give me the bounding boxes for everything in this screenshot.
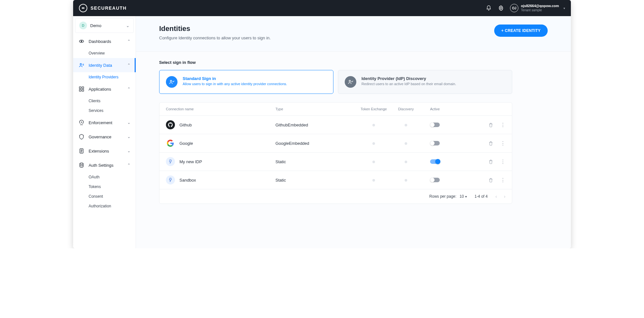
chevron-down-icon: ⌄ [127,134,130,139]
user-email: ojs82664@qopow.com [521,4,559,8]
extensions-icon [78,148,85,154]
trash-icon[interactable] [488,178,493,183]
avatar: OJ [510,4,518,12]
person-check-icon [166,76,178,88]
sidebar: D Demo ⌄ Dashboards⌃OverviewIdentity Dat… [73,16,136,248]
sidebar-item-tokens[interactable]: Tokens [73,182,136,192]
connection-name: Sandbox [179,178,196,183]
table-row[interactable]: Sandbox Static ⋮ [159,171,512,189]
flow-card-identity-provider-idp-discovery[interactable]: Identity Provider (IdP) DiscoveryRedirec… [338,70,512,94]
workspace-badge: D [79,22,87,29]
workspace-selector[interactable]: D Demo ⌄ [75,18,134,33]
chevron-down-icon: ⌄ [126,23,130,28]
status-dot [372,179,375,182]
page-header: Identities Configure Identity connection… [136,16,571,52]
rows-per-page-label: Rows per page: [429,194,457,199]
flow-card-standard-sign-in[interactable]: Standard Sign inAllow users to sign in w… [159,70,333,94]
chevron-down-icon: ⌄ [127,149,130,153]
trash-icon[interactable] [488,123,493,127]
brand: SECUREAUTH [79,4,127,12]
connection-name: Google [179,141,193,146]
status-dot [372,161,375,163]
brand-name: SECUREAUTH [91,5,127,11]
governance-icon [78,134,85,140]
th-type: Type [275,107,356,111]
th-active: Active [420,107,449,111]
th-connection-name: Connection name [166,107,275,111]
status-dot [405,142,407,145]
sidebar-item-authorization[interactable]: Authorization [73,201,136,211]
create-identity-button[interactable]: + CREATE IDENTITY [494,25,548,37]
sidebar-item-overview[interactable]: Overview [73,48,136,58]
svg-rect-6 [79,90,81,91]
generic-icon [166,157,175,166]
topbar: SECUREAUTH OJ ojs82664@qopow.com Tenant … [73,0,571,16]
sidebar-section-enforcement[interactable]: Enforcement⌄ [73,115,136,130]
sidebar-section-applications[interactable]: Applications⌃ [73,82,136,96]
active-toggle[interactable] [430,123,440,127]
user-menu[interactable]: OJ ojs82664@qopow.com Tenant sample ▾ [510,4,565,12]
table-row[interactable]: Github GithubEmbedded ⋮ [159,116,512,134]
kebab-menu-icon[interactable]: ⋮ [500,177,505,183]
next-page-button[interactable]: › [504,194,505,199]
svg-point-0 [500,7,502,9]
th-token-exchange: Token Exchange [356,107,391,111]
th-discovery: Discovery [391,107,420,111]
generic-icon [166,175,175,184]
table-header-row: Connection name Type Token Exchange Disc… [159,103,512,116]
trash-icon[interactable] [488,141,493,146]
sidebar-item-identity-providers[interactable]: Identity Providers [73,72,136,82]
status-dot [372,142,375,145]
rows-per-page-select[interactable]: 10 ▾ [460,194,467,199]
user-tenant: Tenant sample [521,8,559,12]
section-title: Select sign in flow [159,60,512,65]
svg-point-2 [81,41,82,42]
chevron-down-icon: ▾ [465,195,467,198]
chevron-down-icon: ⌄ [127,120,130,125]
sidebar-section-governance[interactable]: Governance⌄ [73,130,136,144]
sidebar-section-auth-settings[interactable]: Auth Settings⌃ [73,158,136,172]
dashboards-icon [78,38,85,45]
chevron-up-icon: ⌃ [127,39,130,44]
connection-name: My new IDP [179,159,202,164]
connection-type: GithubEmbedded [275,123,356,127]
sidebar-section-extensions[interactable]: Extensions⌄ [73,144,136,158]
kebab-menu-icon[interactable]: ⋮ [500,122,505,128]
main-content: Identities Configure Identity connection… [136,16,571,248]
status-dot [405,124,407,126]
gear-icon[interactable] [498,5,504,11]
svg-rect-7 [82,90,84,91]
github-icon [166,120,175,129]
pagination-range: 1-4 of 4 [475,194,488,199]
status-dot [372,124,375,126]
connection-type: Static [275,178,356,183]
active-toggle[interactable] [430,178,440,182]
kebab-menu-icon[interactable]: ⋮ [500,159,505,165]
sidebar-item-oauth[interactable]: OAuth [73,172,136,182]
table-row[interactable]: My new IDP Static ⋮ [159,153,512,171]
sidebar-item-clients[interactable]: Clients [73,96,136,106]
trash-icon[interactable] [488,159,493,164]
prev-page-button[interactable]: ‹ [495,194,497,199]
status-dot [405,161,407,163]
workspace-name: Demo [90,23,101,28]
sidebar-section-identity-data[interactable]: Identity Data⌃ [73,58,136,72]
page-subtitle: Configure Identity connections to allow … [159,35,271,40]
sidebar-section-dashboards[interactable]: Dashboards⌃ [73,34,136,48]
sidebar-item-services[interactable]: Services [73,106,136,115]
active-toggle[interactable] [430,141,440,145]
status-dot [405,179,407,182]
sidebar-item-consent[interactable]: Consent [73,192,136,201]
active-toggle[interactable] [430,159,440,164]
bell-icon[interactable] [485,5,492,11]
svg-rect-5 [82,87,84,88]
svg-point-10 [170,80,172,82]
table-row[interactable]: Google GoogleEmbedded ⋮ [159,134,512,153]
connection-type: Static [275,159,356,164]
svg-point-3 [80,64,82,65]
kebab-menu-icon[interactable]: ⋮ [500,140,505,146]
brand-logo-icon [79,4,87,12]
table-footer: Rows per page: 10 ▾ 1-4 of 4 ‹ › [159,189,512,204]
identity-data-icon [78,62,85,68]
connections-table: Connection name Type Token Exchange Disc… [159,102,512,204]
